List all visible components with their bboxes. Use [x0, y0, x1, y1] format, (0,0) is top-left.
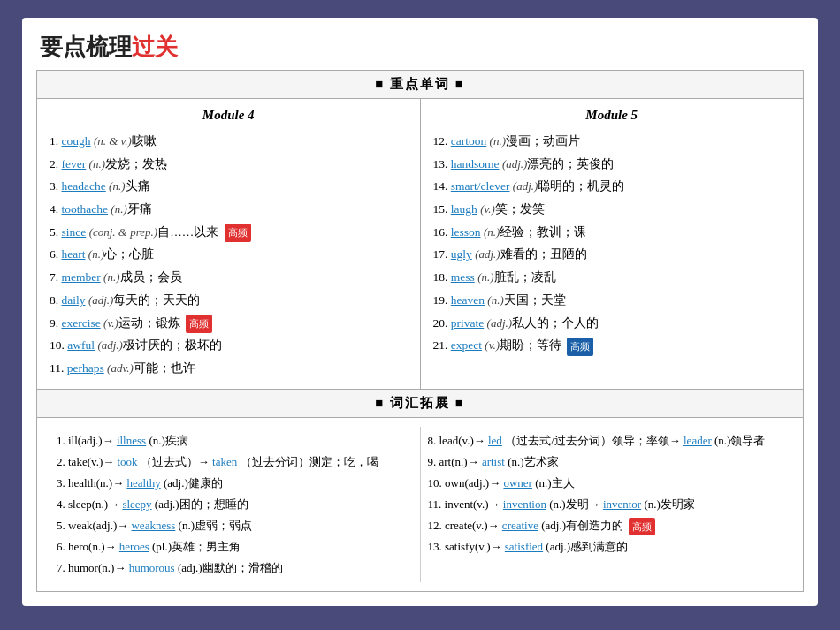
- module5-col: Module 5 12. cartoon (n.)漫画；动画片 13. hand…: [421, 99, 804, 389]
- word-link: lesson: [451, 225, 481, 239]
- word-link: handsome: [451, 157, 500, 171]
- word-link: expect: [451, 338, 482, 352]
- title-highlight: 过关: [132, 34, 178, 60]
- list-item: 6. hero(n.)→ heroes (pl.)英雄；男主角: [57, 536, 413, 558]
- word-link: cartoon: [451, 134, 486, 148]
- list-item: 2. take(v.)→ took （过去式）→ taken （过去分词）测定；…: [57, 452, 413, 473]
- page-title: 要点梳理过关: [22, 18, 818, 70]
- pos: (adj.): [88, 293, 114, 307]
- list-item: 8. lead(v.)→ led （过去式/过去分词）领导；率领→ leader…: [428, 430, 784, 452]
- word-link: smart/clever: [451, 179, 510, 193]
- pos: (n.): [484, 225, 500, 239]
- list-item: 4. sleep(n.)→ sleepy (adj.)困的；想睡的: [57, 494, 413, 515]
- list-item: 9. art(n.)→ artist (n.)艺术家: [428, 452, 784, 473]
- word-link: illness: [117, 434, 146, 447]
- word-link: invention: [503, 497, 546, 511]
- title-main: 要点梳理: [40, 34, 132, 60]
- list-item: 4. toothache (n.)牙痛: [50, 198, 408, 221]
- word-link: taken: [212, 455, 237, 468]
- list-item: 7. humor(n.)→ humorous (adj.)幽默的；滑稽的: [57, 558, 413, 579]
- word-link: ugly: [451, 247, 472, 261]
- pos: (n. & v.): [94, 134, 132, 148]
- pos: (n.): [487, 293, 503, 307]
- pos: (n.): [477, 270, 493, 284]
- list-item: 14. smart/clever (adj.)聪明的；机灵的: [433, 175, 791, 198]
- list-item: 1. ill(adj.)→ illness (n.)疾病: [57, 430, 413, 452]
- word-link: toothache: [62, 202, 108, 216]
- list-item: 12. cartoon (n.)漫画；动画片: [433, 130, 791, 153]
- word-link: artist: [482, 455, 505, 468]
- list-item: 5. weak(adj.)→ weakness (n.)虚弱；弱点: [57, 515, 413, 536]
- expand-section: 1. ill(adj.)→ illness (n.)疾病 2. take(v.)…: [37, 418, 803, 591]
- page-container: 要点梳理过关 ■ 重点单词 ■ Module 4 1. cough (n. & …: [22, 18, 818, 606]
- high-freq-tag: 高频: [629, 518, 655, 535]
- word-link: laugh: [451, 202, 477, 216]
- pos: (adj.): [513, 179, 538, 193]
- module4-title: Module 4: [50, 108, 408, 123]
- pos: (adj.): [97, 338, 123, 352]
- main-box: ■ 重点单词 ■ Module 4 1. cough (n. & v.)咳嗽 2…: [36, 70, 804, 592]
- module5-title: Module 5: [433, 108, 791, 123]
- word-link: weakness: [131, 519, 175, 532]
- pos: (v.): [480, 202, 495, 216]
- expand-header-text: ■ 词汇拓展 ■: [375, 396, 465, 410]
- list-item: 7. member (n.)成员；会员: [50, 266, 408, 289]
- pos: (conj. & prep.): [89, 225, 158, 239]
- word-link: humorous: [129, 561, 175, 574]
- word-link: heart: [62, 247, 86, 261]
- list-item: 10. awful (adj.)极讨厌的；极坏的: [50, 334, 408, 357]
- list-item: 5. since (conj. & prep.)自……以来 高频: [50, 221, 408, 244]
- pos: (adv.): [107, 361, 134, 375]
- list-item: 9. exercise (v.)运动；锻炼 高频: [50, 312, 408, 335]
- word-link: owner: [503, 476, 532, 490]
- list-item: 6. heart (n.)心；心脏: [50, 243, 408, 266]
- list-item: 8. daily (adj.)每天的；天天的: [50, 289, 408, 312]
- word-link: exercise: [62, 316, 101, 330]
- list-item: 13. satisfy(v.)→ satisfied (adj.)感到满意的: [428, 536, 784, 558]
- expand-left-col: 1. ill(adj.)→ illness (n.)疾病 2. take(v.)…: [50, 427, 421, 582]
- high-freq-tag: 高频: [225, 224, 251, 242]
- list-item: 17. ugly (adj.)难看的；丑陋的: [433, 243, 791, 266]
- word-link: since: [62, 225, 87, 239]
- pos: (n.): [103, 270, 119, 284]
- high-freq-tag: 高频: [186, 315, 212, 333]
- list-item: 16. lesson (n.)经验；教训；课: [433, 221, 791, 244]
- word-link: private: [451, 316, 484, 330]
- vocab-section-header: ■ 重点单词 ■: [37, 71, 803, 99]
- word-link: leader: [683, 434, 712, 447]
- word-link: fever: [62, 157, 87, 171]
- pos: (n.): [89, 157, 105, 171]
- word-link: sleepy: [122, 497, 151, 511]
- list-item: 11. invent(v.)→ invention (n.)发明→ invent…: [428, 494, 784, 515]
- pos: (n.): [111, 202, 126, 216]
- pos: (n.): [109, 179, 125, 193]
- pos: (n.): [88, 247, 104, 261]
- word-link: heaven: [451, 293, 485, 307]
- vocab-header-text: ■ 重点单词 ■: [375, 77, 465, 91]
- list-item: 2. fever (n.)发烧；发热: [50, 153, 408, 176]
- pos: (adj.): [502, 157, 528, 171]
- expand-section-header: ■ 词汇拓展 ■: [37, 390, 803, 418]
- word-link: mess: [451, 270, 475, 284]
- word-link: daily: [62, 293, 86, 307]
- word-link: headache: [62, 179, 106, 193]
- pos: (adj.): [475, 247, 500, 261]
- word-link: heroes: [119, 540, 149, 553]
- word-link: took: [117, 455, 137, 468]
- word-link: satisfied: [505, 540, 543, 553]
- pos: (adj.): [487, 316, 513, 330]
- list-item: 20. private (adj.)私人的；个人的: [433, 312, 791, 335]
- list-item: 18. mess (n.)脏乱；凌乱: [433, 266, 791, 289]
- word-link: led: [488, 434, 502, 447]
- list-item: 1. cough (n. & v.)咳嗽: [50, 130, 408, 153]
- word-link: awful: [67, 338, 95, 352]
- word-link: inventor: [603, 497, 641, 511]
- list-item: 10. own(adj.)→ owner (n.)主人: [428, 473, 784, 494]
- expand-grid: 1. ill(adj.)→ illness (n.)疾病 2. take(v.)…: [50, 427, 790, 582]
- pos: (n.): [490, 134, 506, 148]
- list-item: 12. create(v.)→ creative (adj.)有创造力的 高频: [428, 515, 784, 536]
- expand-right-col: 8. lead(v.)→ led （过去式/过去分词）领导；率领→ leader…: [421, 427, 791, 582]
- list-item: 13. handsome (adj.)漂亮的；英俊的: [433, 153, 791, 176]
- word-link: member: [62, 270, 101, 284]
- list-item: 3. headache (n.)头痛: [50, 175, 408, 198]
